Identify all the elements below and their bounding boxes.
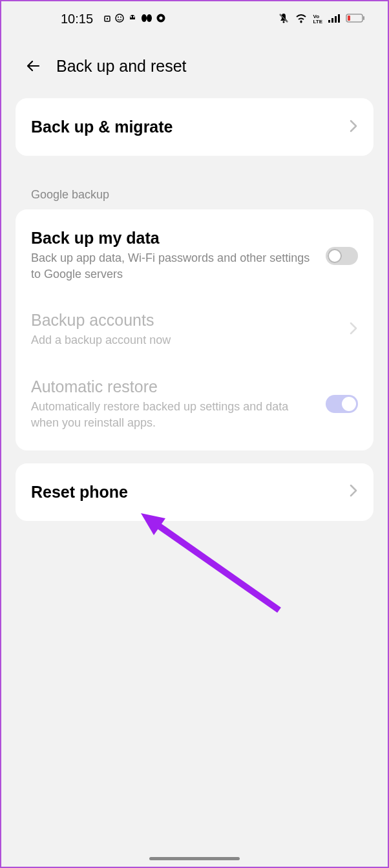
chevron-right-icon xyxy=(349,119,358,136)
status-notification-icons xyxy=(103,14,165,25)
status-left: 10:15 xyxy=(61,12,165,26)
automatic-restore-row: Automatic restore Automatically restore … xyxy=(16,363,373,450)
svg-rect-17 xyxy=(335,16,337,23)
mute-icon xyxy=(278,12,289,26)
page-title: Back up and reset xyxy=(56,57,187,76)
backup-my-data-toggle[interactable] xyxy=(326,247,358,265)
battery-icon xyxy=(346,13,365,26)
notif-icon-2 xyxy=(115,14,124,25)
wifi-icon xyxy=(295,13,308,26)
notif-icon-1 xyxy=(103,14,111,25)
backup-migrate-title: Back up & migrate xyxy=(31,118,341,136)
svg-point-3 xyxy=(118,16,119,17)
backup-my-data-title: Back up my data xyxy=(31,229,318,248)
svg-point-1 xyxy=(107,17,108,19)
status-time: 10:15 xyxy=(61,12,93,26)
signal-icon xyxy=(328,13,341,26)
svg-point-11 xyxy=(283,21,285,23)
svg-rect-16 xyxy=(331,18,333,23)
google-backup-section-label: Google backup xyxy=(16,169,373,209)
svg-rect-18 xyxy=(338,14,340,23)
backup-accounts-row[interactable]: Backup accounts Add a backup account now xyxy=(16,297,373,363)
automatic-restore-title: Automatic restore xyxy=(31,377,318,396)
backup-migrate-row[interactable]: Back up & migrate xyxy=(16,98,373,156)
svg-point-5 xyxy=(131,16,132,17)
home-indicator[interactable] xyxy=(149,857,240,860)
header-bar: Back up and reset xyxy=(1,37,388,89)
automatic-restore-toggle xyxy=(326,395,358,413)
status-right: VoLTE xyxy=(278,12,365,26)
reset-phone-row[interactable]: Reset phone xyxy=(16,463,373,521)
row-text: Automatic restore Automatically restore … xyxy=(31,377,318,431)
automatic-restore-subtitle: Automatically restore backed up settings… xyxy=(31,399,318,431)
back-arrow-icon xyxy=(25,57,43,75)
backup-migrate-card: Back up & migrate xyxy=(16,98,373,156)
backup-my-data-row[interactable]: Back up my data Back up app data, Wi-Fi … xyxy=(16,209,373,297)
reset-phone-title: Reset phone xyxy=(31,483,341,502)
notif-icon-5 xyxy=(156,14,165,25)
svg-rect-21 xyxy=(348,16,350,21)
svg-point-14 xyxy=(300,20,302,22)
chevron-right-icon xyxy=(349,321,358,338)
status-bar: 10:15 VoLTE xyxy=(1,1,388,37)
back-button[interactable] xyxy=(24,56,43,76)
content-area: Back up & migrate Google backup Back up … xyxy=(1,89,388,544)
backup-accounts-subtitle: Add a backup account now xyxy=(31,332,341,348)
row-text: Backup accounts Add a backup account now xyxy=(31,311,341,348)
backup-accounts-title: Backup accounts xyxy=(31,311,341,330)
svg-rect-20 xyxy=(363,16,364,20)
chevron-right-icon xyxy=(349,483,358,500)
row-text: Back up & migrate xyxy=(31,118,341,136)
svg-point-10 xyxy=(160,16,163,19)
row-text: Back up my data Back up app data, Wi-Fi … xyxy=(31,229,318,282)
svg-point-6 xyxy=(133,16,134,17)
notif-icon-4 xyxy=(141,14,152,25)
notif-icon-3 xyxy=(128,14,137,25)
svg-point-7 xyxy=(142,14,147,22)
svg-rect-15 xyxy=(328,20,330,23)
svg-point-8 xyxy=(147,14,152,22)
row-text: Reset phone xyxy=(31,483,341,502)
svg-point-4 xyxy=(120,16,121,17)
svg-point-2 xyxy=(116,14,123,22)
reset-phone-card: Reset phone xyxy=(16,463,373,521)
backup-my-data-subtitle: Back up app data, Wi-Fi passwords and ot… xyxy=(31,250,318,282)
volte-icon: VoLTE xyxy=(313,14,322,25)
google-backup-card: Back up my data Back up app data, Wi-Fi … xyxy=(16,209,373,450)
